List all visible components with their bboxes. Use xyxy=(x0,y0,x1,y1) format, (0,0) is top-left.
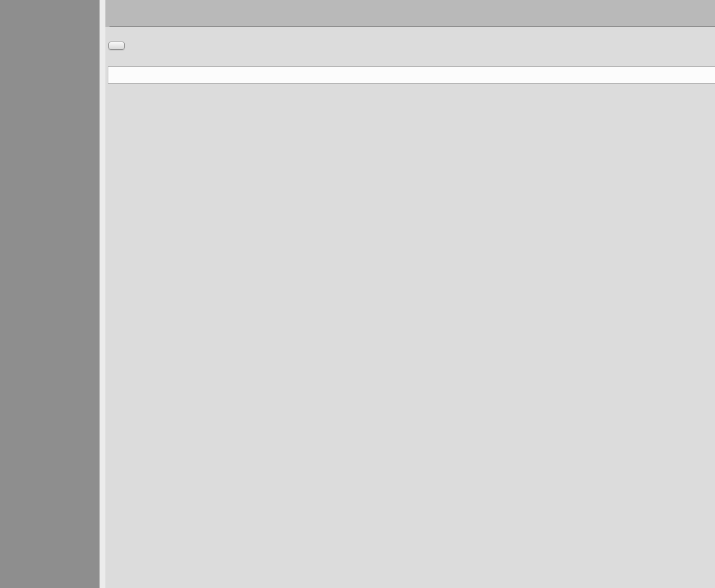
add-new-button[interactable] xyxy=(108,42,125,50)
title-line xyxy=(110,7,715,19)
main-panel xyxy=(105,0,715,588)
content-area xyxy=(105,27,715,588)
items-count-bar xyxy=(108,66,715,84)
header xyxy=(105,0,715,27)
sidebar xyxy=(0,0,100,588)
